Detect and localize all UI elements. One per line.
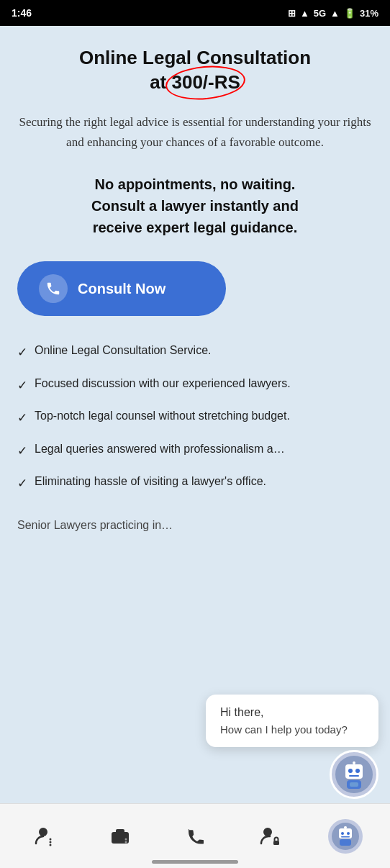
- svg-rect-24: [344, 826, 347, 828]
- home-indicator: [152, 860, 238, 864]
- svg-point-9: [39, 828, 47, 836]
- svg-rect-18: [273, 841, 279, 845]
- battery-icon: 🔋: [344, 8, 355, 19]
- price-highlight: 300/-RS: [171, 71, 240, 95]
- consult-now-button[interactable]: Consult Now: [17, 261, 226, 316]
- check-icon-3: ✓: [17, 409, 27, 428]
- list-item: ✓ Focused discussion with our experience…: [17, 375, 373, 395]
- time: 1:46: [12, 7, 32, 19]
- call-nav[interactable]: [170, 825, 220, 848]
- status-bar: 1:46 ⊞ ▲ 5G ▲ 🔋 31%: [0, 0, 390, 26]
- check-icon-1: ✓: [17, 343, 27, 362]
- services-icon: [109, 825, 132, 848]
- svg-rect-25: [340, 839, 351, 846]
- svg-rect-8: [350, 782, 358, 787]
- signal-icon-2: ▲: [330, 8, 340, 19]
- svg-rect-4: [349, 775, 359, 777]
- bottom-nav: [0, 803, 390, 868]
- svg-rect-14: [116, 829, 124, 833]
- svg-rect-6: [354, 761, 355, 764]
- battery-label: 31%: [360, 8, 378, 19]
- bot-avatar[interactable]: [330, 750, 378, 799]
- chat-greeting: Hi there,: [220, 706, 364, 719]
- svg-point-2: [348, 769, 353, 773]
- check-icon-2: ✓: [17, 376, 27, 395]
- signal-icon: ▲: [300, 8, 309, 19]
- page-title: Online Legal Consultation at 300/-RS: [17, 46, 373, 95]
- profile-lock-nav[interactable]: [245, 825, 295, 848]
- list-item: ✓ Top-notch legal counsel without stretc…: [17, 407, 373, 428]
- list-item: ✓ Legal queries answered with profession…: [17, 440, 373, 461]
- services-nav[interactable]: [95, 825, 145, 848]
- svg-point-12: [50, 844, 52, 846]
- footer-text: Senior Lawyers practicing in…: [17, 519, 373, 532]
- check-icon-5: ✓: [17, 474, 27, 493]
- chat-question: How can I help you today?: [220, 723, 364, 736]
- chat-bubble: Hi there, How can I help you today?: [206, 695, 378, 747]
- svg-point-3: [355, 769, 360, 773]
- phone-icon: [39, 274, 68, 303]
- profile-lock-icon: [258, 825, 281, 848]
- svg-point-11: [50, 838, 52, 840]
- call-icon: [183, 825, 207, 848]
- bot-nav-icon: [328, 819, 363, 854]
- svg-point-16: [124, 838, 127, 840]
- appointments-icon: [33, 825, 56, 848]
- svg-point-17: [263, 828, 272, 836]
- sim-icon: ⊞: [288, 8, 296, 19]
- bot-nav-item[interactable]: [320, 819, 371, 854]
- features-list: ✓ Online Legal Consultation Service. ✓ F…: [17, 342, 373, 493]
- network-label: 5G: [314, 8, 326, 19]
- svg-point-22: [347, 832, 350, 835]
- svg-rect-23: [341, 836, 350, 838]
- status-icons: ⊞ ▲ 5G ▲ 🔋 31%: [288, 8, 378, 19]
- svg-point-10: [50, 841, 52, 843]
- list-item: ✓ Online Legal Consultation Service.: [17, 342, 373, 362]
- appointments-nav[interactable]: [19, 825, 70, 848]
- tagline: No appointments, no waiting. Consult a l…: [17, 173, 373, 238]
- svg-point-15: [124, 841, 127, 843]
- check-icon-4: ✓: [17, 442, 27, 461]
- svg-point-21: [341, 832, 344, 835]
- description-text: Securing the right legal advice is essen…: [17, 112, 373, 154]
- list-item: ✓ Eliminating hassle of visiting a lawye…: [17, 473, 373, 493]
